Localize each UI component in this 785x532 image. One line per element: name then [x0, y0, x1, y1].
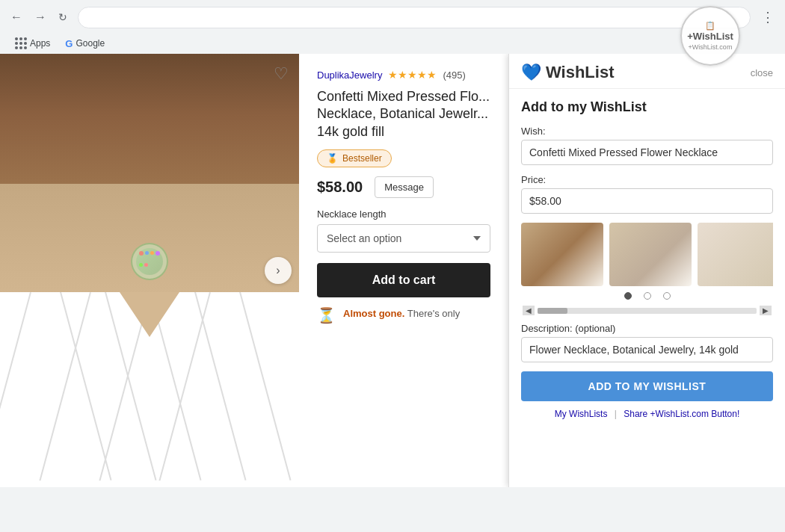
wishlist-section-title: Add to my WishList — [521, 99, 773, 115]
carousel-image-3-bg — [698, 223, 773, 286]
carousel-dot-1[interactable] — [624, 292, 632, 300]
google-bookmark[interactable]: G Google — [62, 37, 108, 51]
product-info-panel: DuplikaJewelry ★★★★★ (495) Confetti Mixe… — [299, 54, 508, 487]
product-stars: ★★★★★ — [388, 69, 437, 81]
vneck-cutout — [120, 292, 179, 337]
price-label: Price: — [521, 174, 773, 185]
wishlist-logo: 💙 WishList — [521, 63, 614, 82]
refresh-button[interactable]: ↻ — [54, 7, 72, 27]
back-button[interactable]: ← — [6, 7, 27, 27]
almost-gone-notice: ⏳ Almost gone. There's only — [317, 308, 490, 324]
bookmarks-bar: Apps G Google — [6, 33, 779, 54]
review-count: (495) — [443, 69, 465, 81]
price-input[interactable] — [521, 188, 773, 214]
forward-button[interactable]: → — [30, 7, 51, 27]
seller-row: DuplikaJewelry ★★★★★ (495) — [317, 69, 490, 81]
dress-area — [0, 292, 299, 487]
carousel-dot-2[interactable] — [644, 292, 651, 300]
apps-label: Apps — [30, 38, 50, 49]
pendant-flowers — [136, 248, 163, 275]
seller-name[interactable]: DuplikaJewelry — [317, 69, 382, 81]
google-label: Google — [76, 38, 105, 49]
scroll-track — [538, 308, 757, 314]
carousel-image-1[interactable] — [521, 223, 603, 286]
wishlist-body: Add to my WishList Wish: Price: — [509, 89, 785, 487]
wishlist-circle-label: +WishList — [687, 31, 733, 42]
wishlist-circle-button[interactable]: 📋 +WishList +WishList.com — [680, 6, 740, 66]
page-content: › ♡ DuplikaJewelry ★★★★★ (495) Confetti … — [0, 54, 785, 487]
product-price: $58.00 — [317, 179, 363, 196]
product-title: Confetti Mixed Pressed Flo... Necklace, … — [317, 88, 490, 140]
description-label: Description: (optional) — [521, 323, 773, 334]
product-image — [0, 54, 299, 487]
scroll-left-button[interactable]: ◀ — [523, 306, 535, 315]
scroll-thumb — [538, 308, 567, 314]
google-g-icon: G — [65, 38, 73, 49]
wish-label: Wish: — [521, 126, 773, 137]
bestseller-label: Bestseller — [342, 153, 382, 164]
necklace-length-select[interactable]: Select an option 16 inches 18 inches 20 … — [317, 224, 490, 253]
necklace-pendant — [131, 243, 168, 280]
product-image-area: › ♡ — [0, 54, 299, 487]
carousel-image-3[interactable] — [698, 223, 773, 286]
option-label: Necklace length — [317, 208, 490, 220]
almost-gone-rest: There's only — [407, 308, 460, 319]
add-to-cart-button[interactable]: Add to cart — [317, 263, 490, 297]
bestseller-icon: 🏅 — [327, 153, 338, 164]
wishlist-header: 💙 WishList close — [509, 54, 785, 89]
carousel-scrollbar: ◀ ▶ — [521, 306, 773, 315]
wishlist-circle-icon: 📋 — [705, 21, 715, 31]
apps-bookmark[interactable]: Apps — [12, 36, 53, 51]
wishlist-footer: My WishLists | Share +WishList.com Butto… — [521, 409, 773, 427]
bestseller-badge: 🏅 Bestseller — [317, 149, 392, 167]
favorite-button[interactable]: ♡ — [274, 64, 289, 84]
person-head-area — [0, 54, 299, 205]
carousel-dot-3[interactable] — [663, 292, 671, 300]
wishlist-close-button[interactable]: close — [751, 67, 773, 78]
almost-gone-strong: Almost gone. — [343, 308, 404, 319]
wish-input[interactable] — [521, 140, 773, 165]
carousel-image-1-bg — [521, 223, 603, 286]
message-seller-button[interactable]: Message — [375, 176, 434, 198]
carousel-image-2[interactable] — [609, 223, 692, 286]
wishlist-panel: 💙 WishList close Add to my WishList Wish… — [508, 54, 785, 487]
almost-gone-text: Almost gone. There's only — [343, 308, 460, 319]
wishlist-circle-sub: +WishList.com — [689, 43, 733, 51]
carousel-dots — [521, 292, 773, 300]
my-wishlists-link[interactable]: My WishLists — [555, 409, 608, 419]
add-to-wishlist-button[interactable]: ADD TO MY WISHLIST — [521, 371, 773, 401]
address-bar[interactable] — [78, 7, 751, 28]
product-image-carousel — [521, 223, 773, 286]
browser-chrome: ← → ↻ ⋮ Apps G Google — [0, 0, 785, 54]
nav-buttons: ← → ↻ — [6, 7, 72, 27]
browser-toolbar: ← → ↻ ⋮ — [6, 6, 779, 28]
next-image-button[interactable]: › — [265, 257, 292, 284]
browser-menu-button[interactable]: ⋮ — [757, 6, 779, 28]
share-wishlist-link[interactable]: Share +WishList.com Button! — [624, 409, 739, 419]
scroll-right-button[interactable]: ▶ — [760, 306, 772, 315]
description-input[interactable] — [521, 337, 773, 362]
hourglass-icon: ⏳ — [317, 306, 336, 324]
price-row: $58.00 Message — [317, 176, 490, 198]
wishlist-heart-icon: 💙 — [521, 63, 541, 82]
footer-separator: | — [615, 409, 617, 419]
carousel-image-2-bg — [609, 223, 692, 286]
wishlist-logo-text: WishList — [546, 63, 614, 82]
apps-icon — [15, 37, 27, 49]
